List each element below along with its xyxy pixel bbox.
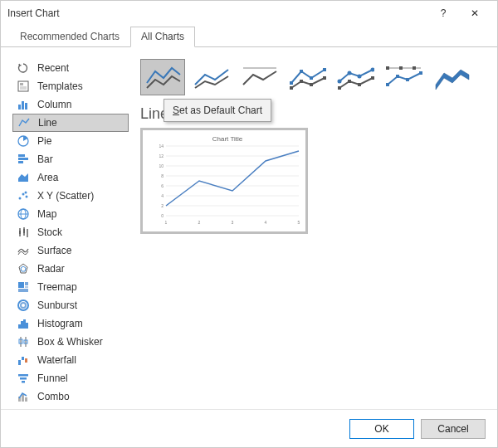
sidebar-item-label: Funnel (37, 373, 68, 384)
svg-rect-47 (25, 397, 27, 402)
tab-all-charts[interactable]: All Charts (130, 27, 195, 47)
sidebar-item-stock[interactable]: Stock (12, 223, 129, 241)
histogram-chart-icon (16, 316, 31, 331)
sidebar-item-label: Box & Whisker (37, 336, 103, 348)
svg-text:4: 4 (265, 220, 267, 225)
svg-text:5: 5 (298, 220, 300, 225)
sidebar-item-templates[interactable]: Templates (12, 77, 129, 95)
subtype-100-stacked-line[interactable] (237, 59, 281, 95)
dialog-footer: OK Cancel (1, 409, 497, 447)
svg-rect-5 (22, 101, 24, 110)
sidebar-item-label: Templates (37, 80, 83, 92)
sidebar-item-waterfall[interactable]: Waterfall (12, 351, 129, 369)
funnel-chart-icon (16, 371, 31, 386)
svg-rect-41 (25, 358, 27, 363)
svg-rect-68 (413, 66, 416, 70)
stock-chart-icon (16, 225, 31, 240)
chart-preview-plot: 0246810121412345 (154, 144, 300, 221)
help-button[interactable]: ? (427, 1, 459, 26)
combo-chart-icon (16, 389, 31, 404)
svg-rect-67 (399, 66, 403, 70)
sidebar-item-pie[interactable]: Pie (12, 132, 129, 150)
sidebar-item-surface[interactable]: Surface (12, 241, 129, 260)
svg-text:14: 14 (159, 144, 164, 149)
svg-rect-40 (22, 357, 24, 360)
svg-rect-46 (22, 394, 24, 402)
sidebar-item-label: Radar (37, 263, 65, 275)
sidebar-item-bar[interactable]: Bar (12, 150, 129, 168)
svg-rect-19 (19, 231, 21, 234)
subtype-line[interactable] (140, 59, 185, 95)
sidebar-item-label: Histogram (37, 318, 83, 329)
svg-rect-56 (323, 76, 326, 80)
svg-point-59 (358, 75, 362, 79)
line-chart-icon (17, 115, 32, 130)
sidebar-item-histogram[interactable]: Histogram (12, 314, 129, 333)
sidebar-item-radar[interactable]: Radar (12, 260, 129, 278)
ok-button[interactable]: OK (349, 419, 414, 439)
close-button[interactable]: ✕ (459, 1, 491, 26)
svg-text:8: 8 (161, 173, 164, 178)
treemap-chart-icon (16, 280, 31, 295)
sidebar-item-sunburst[interactable]: Sunburst (12, 296, 129, 314)
window-title: Insert Chart (7, 7, 427, 19)
svg-rect-31 (18, 324, 21, 329)
svg-point-12 (22, 193, 25, 196)
bar-chart-icon (16, 152, 31, 167)
sidebar-item-line[interactable]: Line (12, 114, 129, 132)
svg-text:2: 2 (161, 203, 164, 208)
sidebar-item-box-whisker[interactable]: Box & Whisker (12, 333, 129, 351)
svg-rect-9 (18, 158, 28, 160)
sidebar-item-label: Pie (37, 135, 51, 147)
sidebar-item-column[interactable]: Column (12, 95, 129, 114)
svg-rect-26 (25, 282, 28, 285)
svg-rect-10 (18, 161, 23, 163)
sidebar-item-map[interactable]: Map (12, 205, 129, 223)
subtype-100-stacked-line-markers[interactable] (381, 59, 426, 95)
recent-icon (16, 61, 31, 75)
sidebar-item-scatter[interactable]: X Y (Scatter) (12, 187, 129, 205)
svg-rect-0 (18, 81, 28, 91)
svg-rect-55 (310, 83, 313, 86)
svg-point-14 (25, 192, 27, 194)
svg-rect-1 (20, 83, 23, 85)
svg-rect-72 (419, 71, 422, 75)
svg-rect-52 (323, 68, 326, 71)
sidebar-item-area[interactable]: Area (12, 168, 129, 187)
context-menu-set-default[interactable]: Set as Default Chart (164, 99, 271, 122)
svg-point-57 (338, 80, 342, 84)
subtype-3d-line[interactable] (429, 59, 474, 95)
svg-rect-64 (371, 76, 374, 80)
cancel-button[interactable]: Cancel (421, 419, 486, 439)
svg-rect-70 (396, 75, 399, 78)
sidebar-item-label: Stock (37, 226, 62, 238)
svg-rect-50 (300, 70, 303, 73)
sidebar-item-funnel[interactable]: Funnel (12, 369, 129, 387)
sidebar-item-combo[interactable]: Combo (12, 387, 129, 406)
sunburst-chart-icon (16, 298, 31, 313)
sidebar-item-label: Sunburst (37, 299, 77, 311)
chart-preview[interactable]: Chart Title 0246810121412345 (140, 128, 308, 234)
sidebar-item-recent[interactable]: Recent (12, 59, 129, 77)
titlebar: Insert Chart ? ✕ (1, 1, 497, 26)
box-whisker-icon (16, 334, 31, 349)
sidebar-item-label: Area (37, 172, 58, 183)
svg-rect-21 (23, 229, 25, 233)
svg-rect-66 (386, 66, 389, 70)
subtype-stacked-line-markers[interactable] (333, 59, 378, 95)
svg-text:4: 4 (161, 193, 164, 198)
svg-rect-61 (338, 86, 341, 90)
tab-recommended[interactable]: Recommended Charts (9, 27, 130, 47)
sidebar-item-label: Combo (37, 391, 70, 402)
subtype-stacked-line[interactable] (188, 59, 233, 95)
svg-text:6: 6 (161, 183, 164, 188)
svg-rect-63 (358, 83, 361, 86)
map-chart-icon (16, 207, 31, 222)
waterfall-chart-icon (16, 353, 31, 368)
sidebar-item-label: Recent (37, 62, 69, 74)
svg-point-58 (348, 71, 352, 75)
sidebar-item-treemap[interactable]: Treemap (12, 278, 129, 296)
svg-rect-51 (310, 76, 313, 80)
svg-text:3: 3 (232, 220, 234, 225)
subtype-line-markers[interactable] (285, 59, 330, 95)
